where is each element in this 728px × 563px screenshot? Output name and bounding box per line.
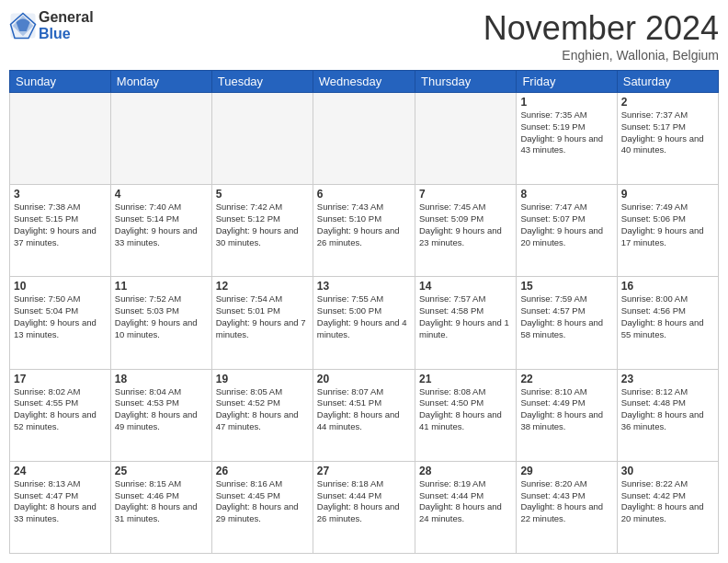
- calendar: SundayMondayTuesdayWednesdayThursdayFrid…: [9, 70, 719, 554]
- weekday-header-friday: Friday: [517, 71, 617, 93]
- day-number: 16: [621, 280, 714, 293]
- calendar-cell: 8Sunrise: 7:47 AMSunset: 5:07 PMDaylight…: [517, 185, 617, 277]
- weekday-header-monday: Monday: [110, 71, 211, 93]
- day-number: 28: [419, 465, 512, 477]
- day-info: Sunrise: 7:50 AMSunset: 5:04 PMDaylight:…: [14, 293, 107, 340]
- page-container: General Blue November 2024 Enghien, Wall…: [0, 0, 728, 563]
- calendar-cell: 4Sunrise: 7:40 AMSunset: 5:14 PMDaylight…: [110, 185, 211, 277]
- calendar-cell: 2Sunrise: 7:37 AMSunset: 5:17 PMDaylight…: [617, 93, 718, 185]
- day-info: Sunrise: 8:10 AMSunset: 4:49 PMDaylight:…: [520, 386, 612, 433]
- day-info: Sunrise: 7:43 AMSunset: 5:10 PMDaylight:…: [317, 201, 411, 248]
- calendar-cell: 25Sunrise: 8:15 AMSunset: 4:46 PMDayligh…: [110, 461, 211, 553]
- calendar-cell: 21Sunrise: 8:08 AMSunset: 4:50 PMDayligh…: [415, 369, 517, 461]
- calendar-cell: 1Sunrise: 7:35 AMSunset: 5:19 PMDaylight…: [517, 93, 617, 185]
- day-info: Sunrise: 8:20 AMSunset: 4:43 PMDaylight:…: [520, 478, 612, 525]
- calendar-cell: 19Sunrise: 8:05 AMSunset: 4:52 PMDayligh…: [211, 369, 313, 461]
- day-number: 15: [520, 280, 612, 293]
- day-number: 19: [216, 373, 309, 385]
- logo-blue: Blue: [39, 26, 71, 41]
- day-number: 14: [419, 280, 512, 293]
- day-info: Sunrise: 8:02 AMSunset: 4:55 PMDaylight:…: [14, 386, 107, 433]
- calendar-cell: 3Sunrise: 7:38 AMSunset: 5:15 PMDaylight…: [10, 185, 111, 277]
- day-info: Sunrise: 8:12 AMSunset: 4:48 PMDaylight:…: [621, 386, 714, 433]
- calendar-cell: 17Sunrise: 8:02 AMSunset: 4:55 PMDayligh…: [10, 369, 111, 461]
- day-number: 25: [115, 465, 208, 477]
- day-number: 7: [419, 188, 512, 201]
- day-info: Sunrise: 8:18 AMSunset: 4:44 PMDaylight:…: [317, 478, 411, 525]
- logo-text: General Blue: [39, 9, 94, 41]
- day-info: Sunrise: 7:45 AMSunset: 5:09 PMDaylight:…: [419, 201, 512, 248]
- logo-general: General: [39, 9, 94, 25]
- day-info: Sunrise: 8:13 AMSunset: 4:47 PMDaylight:…: [14, 478, 107, 525]
- day-number: 20: [317, 373, 411, 385]
- day-info: Sunrise: 7:57 AMSunset: 4:58 PMDaylight:…: [419, 293, 512, 340]
- day-number: 12: [216, 280, 309, 293]
- calendar-cell: 22Sunrise: 8:10 AMSunset: 4:49 PMDayligh…: [517, 369, 617, 461]
- calendar-cell: 15Sunrise: 7:59 AMSunset: 4:57 PMDayligh…: [517, 277, 617, 369]
- week-row-3: 10Sunrise: 7:50 AMSunset: 5:04 PMDayligh…: [10, 277, 719, 369]
- calendar-cell: [110, 93, 211, 185]
- calendar-cell: 26Sunrise: 8:16 AMSunset: 4:45 PMDayligh…: [211, 461, 313, 553]
- calendar-cell: 27Sunrise: 8:18 AMSunset: 4:44 PMDayligh…: [313, 461, 415, 553]
- calendar-cell: 18Sunrise: 8:04 AMSunset: 4:53 PMDayligh…: [110, 369, 211, 461]
- calendar-cell: [10, 93, 111, 185]
- calendar-cell: 12Sunrise: 7:54 AMSunset: 5:01 PMDayligh…: [211, 277, 313, 369]
- day-number: 1: [520, 96, 612, 109]
- day-info: Sunrise: 7:49 AMSunset: 5:06 PMDaylight:…: [621, 201, 714, 248]
- weekday-header-sunday: Sunday: [10, 71, 111, 93]
- day-info: Sunrise: 8:04 AMSunset: 4:53 PMDaylight:…: [115, 386, 208, 433]
- calendar-cell: 16Sunrise: 8:00 AMSunset: 4:56 PMDayligh…: [617, 277, 718, 369]
- calendar-cell: 20Sunrise: 8:07 AMSunset: 4:51 PMDayligh…: [313, 369, 415, 461]
- day-number: 13: [317, 280, 411, 293]
- day-number: 8: [520, 188, 612, 201]
- day-info: Sunrise: 7:55 AMSunset: 5:00 PMDaylight:…: [317, 293, 411, 340]
- month-title: November 2024: [483, 9, 719, 48]
- day-info: Sunrise: 8:19 AMSunset: 4:44 PMDaylight:…: [419, 478, 512, 525]
- day-number: 23: [621, 373, 714, 385]
- weekday-header-tuesday: Tuesday: [211, 71, 313, 93]
- day-info: Sunrise: 7:59 AMSunset: 4:57 PMDaylight:…: [520, 293, 612, 340]
- calendar-cell: 9Sunrise: 7:49 AMSunset: 5:06 PMDaylight…: [617, 185, 718, 277]
- day-number: 18: [115, 373, 208, 385]
- day-number: 27: [317, 465, 411, 477]
- calendar-cell: 10Sunrise: 7:50 AMSunset: 5:04 PMDayligh…: [10, 277, 111, 369]
- calendar-cell: 6Sunrise: 7:43 AMSunset: 5:10 PMDaylight…: [313, 185, 415, 277]
- calendar-cell: [415, 93, 517, 185]
- day-info: Sunrise: 7:47 AMSunset: 5:07 PMDaylight:…: [520, 201, 612, 248]
- day-number: 26: [216, 465, 309, 477]
- week-row-1: 1Sunrise: 7:35 AMSunset: 5:19 PMDaylight…: [10, 93, 719, 185]
- day-number: 3: [14, 188, 107, 201]
- day-number: 9: [621, 188, 714, 201]
- day-info: Sunrise: 8:16 AMSunset: 4:45 PMDaylight:…: [216, 478, 309, 525]
- day-info: Sunrise: 8:07 AMSunset: 4:51 PMDaylight:…: [317, 386, 411, 433]
- calendar-cell: 24Sunrise: 8:13 AMSunset: 4:47 PMDayligh…: [10, 461, 111, 553]
- day-info: Sunrise: 8:08 AMSunset: 4:50 PMDaylight:…: [419, 386, 512, 433]
- day-info: Sunrise: 7:37 AMSunset: 5:17 PMDaylight:…: [621, 109, 714, 156]
- calendar-cell: [211, 93, 313, 185]
- calendar-cell: 29Sunrise: 8:20 AMSunset: 4:43 PMDayligh…: [517, 461, 617, 553]
- calendar-cell: 30Sunrise: 8:22 AMSunset: 4:42 PMDayligh…: [617, 461, 718, 553]
- location: Enghien, Wallonia, Belgium: [483, 48, 719, 63]
- calendar-cell: 23Sunrise: 8:12 AMSunset: 4:48 PMDayligh…: [617, 369, 718, 461]
- weekday-header-saturday: Saturday: [617, 71, 718, 93]
- week-row-4: 17Sunrise: 8:02 AMSunset: 4:55 PMDayligh…: [10, 369, 719, 461]
- day-number: 29: [520, 465, 612, 477]
- day-number: 30: [621, 465, 714, 477]
- day-info: Sunrise: 8:05 AMSunset: 4:52 PMDaylight:…: [216, 386, 309, 433]
- header: General Blue November 2024 Enghien, Wall…: [9, 9, 719, 63]
- day-number: 17: [14, 373, 107, 385]
- weekday-header-row: SundayMondayTuesdayWednesdayThursdayFrid…: [10, 71, 719, 93]
- day-number: 2: [621, 96, 714, 109]
- weekday-header-wednesday: Wednesday: [313, 71, 415, 93]
- calendar-cell: 13Sunrise: 7:55 AMSunset: 5:00 PMDayligh…: [313, 277, 415, 369]
- day-number: 4: [115, 188, 208, 201]
- day-number: 11: [115, 280, 208, 293]
- day-number: 24: [14, 465, 107, 477]
- logo: General Blue: [9, 9, 94, 41]
- day-info: Sunrise: 8:00 AMSunset: 4:56 PMDaylight:…: [621, 293, 714, 340]
- day-info: Sunrise: 7:52 AMSunset: 5:03 PMDaylight:…: [115, 293, 208, 340]
- day-info: Sunrise: 7:42 AMSunset: 5:12 PMDaylight:…: [216, 201, 309, 248]
- calendar-cell: 14Sunrise: 7:57 AMSunset: 4:58 PMDayligh…: [415, 277, 517, 369]
- calendar-cell: 11Sunrise: 7:52 AMSunset: 5:03 PMDayligh…: [110, 277, 211, 369]
- day-number: 5: [216, 188, 309, 201]
